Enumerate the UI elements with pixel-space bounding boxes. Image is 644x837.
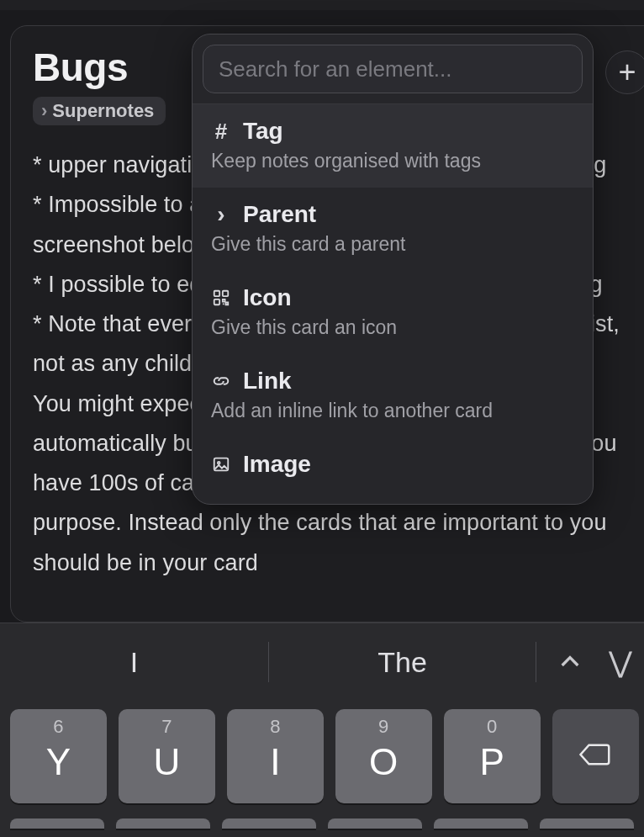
element-desc: Give this card a parent — [211, 233, 574, 256]
element-desc: Give this card an icon — [211, 316, 574, 339]
prediction-word[interactable]: I — [0, 623, 268, 701]
svg-rect-2 — [214, 299, 219, 305]
chevron-right-icon: › — [211, 201, 231, 228]
key-partial[interactable] — [116, 818, 210, 829]
element-search-input[interactable] — [203, 45, 583, 93]
key-main: O — [369, 741, 398, 783]
key-partial[interactable] — [540, 818, 634, 829]
key-partial[interactable] — [10, 818, 104, 829]
prediction-bar: I The ⋁ — [0, 623, 644, 701]
key-sub: 7 — [161, 716, 172, 738]
element-label: Tag — [243, 118, 283, 145]
element-list: # Tag Keep notes organised with tags › P… — [193, 104, 593, 478]
parent-chip-label: Supernotes — [52, 100, 154, 122]
key-backspace[interactable] — [552, 709, 639, 803]
element-label: Parent — [243, 201, 316, 228]
key-row-partial — [0, 818, 644, 829]
key-partial[interactable] — [222, 818, 316, 829]
add-button[interactable]: + — [605, 50, 644, 94]
key-i[interactable]: 8 I — [227, 709, 324, 803]
key-p[interactable]: 0 P — [444, 709, 541, 803]
element-label: Link — [243, 368, 292, 395]
svg-point-4 — [218, 462, 220, 464]
key-sub: 6 — [53, 716, 63, 738]
key-main: P — [479, 741, 504, 783]
svg-rect-1 — [223, 291, 228, 296]
parent-chip[interactable]: › Supernotes — [33, 97, 166, 125]
on-screen-keyboard: I The ⋁ 6 Y 7 U 8 I 9 O 0 P — [0, 622, 644, 837]
key-sub: 9 — [378, 716, 388, 738]
key-u[interactable]: 7 U — [119, 709, 215, 803]
element-item-link[interactable]: Link Add an inline link to another card — [193, 354, 593, 437]
image-icon — [211, 455, 231, 474]
svg-rect-0 — [214, 291, 219, 296]
element-item-icon[interactable]: Icon Give this card an icon — [193, 271, 593, 354]
chevron-right-icon: › — [41, 100, 47, 122]
element-label: Image — [243, 451, 311, 478]
key-row: 6 Y 7 U 8 I 9 O 0 P — [0, 709, 644, 803]
key-main: Y — [46, 741, 71, 783]
plus-icon: + — [618, 57, 636, 87]
element-item-parent[interactable]: › Parent Give this card a parent — [193, 188, 593, 271]
link-icon — [211, 372, 231, 390]
element-label: Icon — [243, 284, 292, 311]
chevron-up-icon[interactable] — [536, 649, 604, 675]
element-desc: Add an inline link to another card — [211, 400, 574, 422]
key-sub: 0 — [487, 716, 497, 738]
element-item-tag[interactable]: # Tag Keep notes organised with tags — [193, 104, 593, 188]
key-y[interactable]: 6 Y — [10, 709, 107, 803]
element-item-image[interactable]: Image — [193, 437, 593, 478]
prediction-word[interactable]: The — [268, 623, 536, 701]
qr-icon — [211, 289, 231, 307]
key-partial[interactable] — [328, 818, 422, 829]
key-o[interactable]: 9 O — [335, 709, 432, 803]
key-sub: 8 — [270, 716, 280, 738]
element-desc: Keep notes organised with tags — [211, 150, 574, 172]
chevron-down-icon[interactable]: ⋁ — [604, 645, 637, 679]
key-partial[interactable] — [434, 818, 528, 829]
hash-icon: # — [211, 119, 231, 145]
key-main: U — [153, 741, 180, 783]
backspace-icon — [578, 739, 612, 773]
key-main: I — [270, 741, 280, 783]
element-search-popup: # Tag Keep notes organised with tags › P… — [192, 34, 594, 505]
